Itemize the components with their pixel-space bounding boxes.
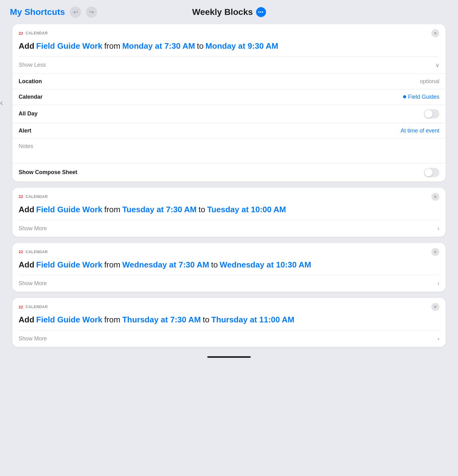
card-3-event-row: Add Field Guide Work from Wednesday at 7… bbox=[12, 258, 446, 275]
card-2-show-more-label: Show More bbox=[19, 225, 47, 232]
card-2-cal-label: CALENDAR bbox=[25, 195, 47, 199]
card-1: 22 CALENDAR ✕ Add Field Guide Work from … bbox=[12, 24, 446, 182]
undo-icon: ↩ bbox=[73, 9, 78, 16]
home-indicator-area bbox=[12, 353, 446, 361]
back-arrow[interactable]: ‹ bbox=[0, 98, 3, 108]
card-3-start-time[interactable]: Wednesday at 7:30 AM bbox=[122, 260, 209, 270]
card-1-location-row[interactable]: Location optional bbox=[12, 74, 446, 89]
card-4-cal-label: CALENDAR bbox=[25, 305, 47, 309]
card-1-alert-row[interactable]: Alert At time of event bbox=[12, 123, 446, 138]
card-1-calendar-value: Field Guides bbox=[403, 94, 439, 100]
undo-button[interactable]: ↩ bbox=[70, 7, 81, 18]
card-1-location-value: optional bbox=[420, 78, 439, 85]
card-3-add-text: Add bbox=[19, 260, 34, 270]
card-4-event-row: Add Field Guide Work from Thursday at 7:… bbox=[12, 313, 446, 330]
home-indicator bbox=[207, 356, 251, 358]
card-1-add-text: Add bbox=[19, 41, 34, 52]
card-4-cal-number: 22 bbox=[19, 305, 23, 309]
card-3-event-name[interactable]: Field Guide Work bbox=[36, 260, 102, 270]
card-1-cal-label: CALENDAR bbox=[25, 31, 47, 35]
more-options-button[interactable]: ••• bbox=[256, 7, 266, 17]
card-3-close-button[interactable]: ✕ bbox=[431, 248, 439, 256]
card-2-from-text: from bbox=[104, 204, 120, 215]
card-1-badge: 22 CALENDAR bbox=[19, 31, 48, 35]
card-1-wrapper: ‹ 22 CALENDAR ✕ Add Field Guide Work fro… bbox=[12, 24, 446, 182]
card-1-calendar-label: Calendar bbox=[19, 94, 43, 100]
card-1-show-less-label: Show Less bbox=[19, 62, 46, 68]
close-icon-2: ✕ bbox=[433, 194, 437, 199]
three-dots-icon: ••• bbox=[258, 10, 264, 14]
card-2-close-button[interactable]: ✕ bbox=[431, 193, 439, 201]
card-3-chevron-right-icon: › bbox=[438, 280, 439, 287]
card-2-show-more-row[interactable]: Show More › bbox=[12, 220, 446, 237]
card-1-alert-value[interactable]: At time of event bbox=[401, 128, 439, 134]
card-1-to-text: to bbox=[197, 41, 204, 52]
card-1-compose-toggle[interactable] bbox=[424, 168, 439, 177]
card-2-event-row: Add Field Guide Work from Tuesday at 7:3… bbox=[12, 203, 446, 220]
card-3-end-time[interactable]: Wednesday at 10:30 AM bbox=[220, 260, 311, 270]
card-1-location-label: Location bbox=[19, 78, 42, 85]
header: My Shortcuts ↩ ↪ Weekly Blocks ••• bbox=[0, 0, 458, 24]
card-4-to-text: to bbox=[203, 315, 209, 325]
card-3-badge: 22 CALENDAR bbox=[19, 250, 48, 254]
card-1-calendar-name: Field Guides bbox=[408, 94, 439, 100]
card-1-event-name[interactable]: Field Guide Work bbox=[36, 41, 102, 52]
card-2-cal-number: 22 bbox=[19, 195, 23, 199]
card-3-show-more-label: Show More bbox=[19, 280, 47, 287]
close-icon: ✕ bbox=[433, 31, 437, 36]
card-2-add-text: Add bbox=[19, 204, 34, 215]
card-3-from-text: from bbox=[104, 260, 120, 270]
my-shortcuts-title: My Shortcuts bbox=[10, 7, 65, 17]
card-2-start-time[interactable]: Tuesday at 7:30 AM bbox=[122, 204, 197, 215]
card-1-cal-number: 22 bbox=[19, 31, 23, 35]
card-4-close-button[interactable]: ✕ bbox=[431, 303, 439, 311]
header-center: Weekly Blocks ••• bbox=[192, 7, 266, 17]
card-1-header-row: 22 CALENDAR ✕ bbox=[12, 24, 446, 40]
card-3-to-text: to bbox=[211, 260, 218, 270]
card-3-cal-label: CALENDAR bbox=[25, 250, 47, 254]
card-1-calendar-row[interactable]: Calendar Field Guides bbox=[12, 89, 446, 105]
card-2-chevron-right-icon: › bbox=[438, 225, 439, 232]
card-4-show-more-label: Show More bbox=[19, 335, 47, 342]
card-1-notes-placeholder: Notes bbox=[19, 143, 33, 149]
header-left: My Shortcuts ↩ ↪ bbox=[10, 7, 97, 18]
card-1-event-row: Add Field Guide Work from Monday at 7:30… bbox=[12, 40, 446, 56]
card-1-alert-label: Alert bbox=[19, 128, 31, 134]
card-1-compose-row: Show Compose Sheet bbox=[12, 163, 446, 182]
card-1-allday-row: All Day bbox=[12, 105, 446, 123]
weekly-blocks-title: Weekly Blocks bbox=[192, 7, 253, 17]
card-3-show-more-row[interactable]: Show More › bbox=[12, 275, 446, 292]
card-4-chevron-right-icon: › bbox=[438, 335, 439, 342]
card-2-to-text: to bbox=[199, 204, 205, 215]
card-1-from-text: from bbox=[104, 41, 120, 52]
card-4: 22 CALENDAR ✕ Add Field Guide Work from … bbox=[12, 298, 446, 347]
card-2-end-time[interactable]: Tuesday at 10:00 AM bbox=[207, 204, 286, 215]
card-4-badge: 22 CALENDAR bbox=[19, 305, 48, 309]
card-1-allday-label: All Day bbox=[19, 110, 38, 117]
card-2-badge: 22 CALENDAR bbox=[19, 195, 48, 199]
content-area: ‹ 22 CALENDAR ✕ Add Field Guide Work fro… bbox=[0, 24, 458, 373]
card-2-event-name[interactable]: Field Guide Work bbox=[36, 204, 102, 215]
card-1-chevron-down-icon: ∨ bbox=[435, 62, 439, 69]
card-1-close-button[interactable]: ✕ bbox=[431, 29, 439, 37]
card-1-show-less-row[interactable]: Show Less ∨ bbox=[12, 57, 446, 74]
close-icon-3: ✕ bbox=[433, 249, 437, 254]
card-4-show-more-row[interactable]: Show More › bbox=[12, 330, 446, 347]
card-3-cal-number: 22 bbox=[19, 250, 23, 254]
card-4-header-row: 22 CALENDAR ✕ bbox=[12, 298, 446, 313]
card-1-allday-toggle[interactable] bbox=[424, 109, 439, 119]
card-1-end-time[interactable]: Monday at 9:30 AM bbox=[205, 41, 278, 52]
card-1-notes-row[interactable]: Notes bbox=[12, 138, 446, 163]
card-2-header-row: 22 CALENDAR ✕ bbox=[12, 188, 446, 203]
card-4-start-time[interactable]: Thursday at 7:30 AM bbox=[122, 315, 201, 325]
redo-icon: ↪ bbox=[89, 9, 94, 16]
card-2: 22 CALENDAR ✕ Add Field Guide Work from … bbox=[12, 188, 446, 237]
card-4-from-text: from bbox=[104, 315, 120, 325]
card-3: 22 CALENDAR ✕ Add Field Guide Work from … bbox=[12, 243, 446, 292]
card-4-event-name[interactable]: Field Guide Work bbox=[36, 315, 102, 325]
card-4-end-time[interactable]: Thursday at 11:00 AM bbox=[211, 315, 294, 325]
redo-button[interactable]: ↪ bbox=[86, 7, 97, 18]
card-1-start-time[interactable]: Monday at 7:30 AM bbox=[122, 41, 195, 52]
card-3-header-row: 22 CALENDAR ✕ bbox=[12, 243, 446, 258]
close-icon-4: ✕ bbox=[433, 304, 437, 309]
